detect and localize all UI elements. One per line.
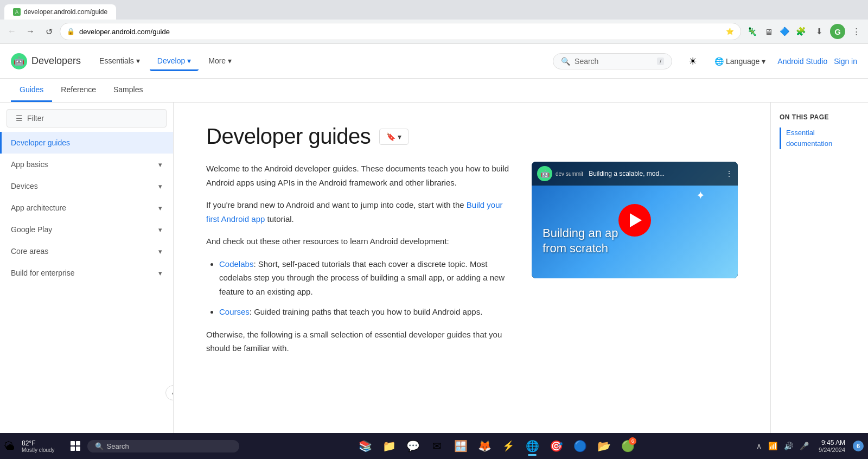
taskbar-app-explorer[interactable]: 📂 [593, 435, 615, 457]
bullet-codelabs: Codelabs: Short, self-paced tutorials th… [219, 257, 510, 299]
sidebar-collapse-button[interactable]: ‹ [165, 385, 174, 400]
nav-chevron-essentials: ▾ [136, 56, 140, 65]
address-input[interactable] [79, 28, 722, 36]
sidebar-item-app-basics[interactable]: App basics ▾ [0, 154, 173, 175]
taskbar-app-vs[interactable]: ⚡ [497, 435, 519, 457]
more-menu-button[interactable]: ⋮ [848, 24, 864, 39]
taskbar-app-files[interactable]: 📁 [378, 435, 400, 457]
nav-item-more[interactable]: More ▾ [201, 52, 239, 71]
windows-icon [71, 441, 80, 451]
bullet-courses: Courses: Guided training paths that teac… [219, 305, 510, 319]
codelabs-link[interactable]: Codelabs [219, 259, 253, 269]
chevron-up-icon[interactable]: ∧ [754, 439, 764, 452]
volume-icon[interactable]: 🔊 [782, 439, 795, 452]
language-button[interactable]: 🌐 Language ▾ [709, 54, 771, 69]
nav-chevron-develop: ▾ [187, 56, 191, 65]
taskbar-app-store[interactable]: 🪟 [450, 435, 471, 457]
android-logo-icon: 🤖 [11, 53, 27, 69]
taskbar-search[interactable]: 🔍 Search [87, 440, 239, 452]
sub-nav-samples[interactable]: Samples [105, 79, 151, 102]
refresh-button[interactable]: ↺ [41, 24, 56, 39]
bookmark-icon: 🔖 [386, 132, 395, 141]
taskbar-app-mail[interactable]: ✉ [426, 435, 448, 457]
address-security-icon: 🔒 [67, 28, 75, 35]
lang-chevron-icon: ▾ [762, 57, 765, 66]
taskbar-app-library[interactable]: 📚 [354, 435, 376, 457]
taskbar-clock[interactable]: 9:45 AM 9/24/2024 [814, 439, 850, 453]
taskbar-app-chat[interactable]: 💬 [402, 435, 424, 457]
browser-chrome: A developer.android.com/guide ← → ↺ 🔒 ⭐ … [0, 0, 868, 44]
section-closing: Otherwise, the following is a small sele… [206, 328, 510, 355]
wifi-icon[interactable]: 📶 [766, 439, 780, 452]
taskbar-app-slack[interactable]: 🎯 [545, 435, 567, 457]
site-wrapper: 🤖 Developers Essentials ▾ Develop ▾ More… [0, 44, 868, 433]
forward-button[interactable]: → [23, 24, 38, 39]
taskbar-notification-badge[interactable]: 6 [853, 441, 864, 451]
intro-paragraph-3: And check out these other resources to l… [206, 234, 510, 248]
browser-tab[interactable]: A developer.android.com/guide [4, 4, 116, 20]
android-studio-link[interactable]: Android Studio [777, 57, 827, 66]
ext-icon-2[interactable]: 🖥 [761, 24, 776, 39]
video-container[interactable]: 🤖 dev summit Building a scalable, mod...… [532, 162, 738, 278]
nav-label-essentials: Essentials [99, 56, 134, 65]
header-search[interactable]: 🔍 Search / [553, 53, 672, 69]
address-bar[interactable]: 🔒 ⭐ [60, 23, 741, 40]
site-logo[interactable]: 🤖 Developers [11, 53, 81, 69]
content-text: Welcome to the Android developer guides.… [206, 162, 510, 364]
sidebar-item-google-play[interactable]: Google Play ▾ [0, 219, 173, 240]
nav-item-essentials[interactable]: Essentials ▾ [92, 52, 148, 71]
chevron-app-basics: ▾ [158, 161, 162, 169]
weather-temp: 82°F [22, 439, 55, 447]
taskbar-date: 9/24/2024 [819, 447, 845, 453]
sidebar-item-app-architecture[interactable]: App architecture ▾ [0, 197, 173, 219]
right-sidebar: On this page Essential documentation [770, 103, 868, 433]
chevron-app-architecture: ▾ [158, 204, 162, 212]
courses-link[interactable]: Courses [219, 307, 250, 316]
site-header-actions: ☀ 🌐 Language ▾ Android Studio Sign in [683, 52, 857, 71]
tab-title: developer.android.com/guide [24, 8, 107, 16]
back-button[interactable]: ← [4, 24, 20, 39]
sidebar-item-developer-guides[interactable]: Developer guides [0, 132, 173, 154]
taskbar-app-chrome-canary[interactable]: 🟢 6 [617, 435, 639, 457]
video-overlay-text: Building an ap from scratch [542, 226, 618, 257]
nav-item-develop[interactable]: Develop ▾ [150, 52, 199, 71]
sidebar-item-devices[interactable]: Devices ▾ [0, 175, 173, 197]
nav-label-develop: Develop [157, 56, 185, 65]
taskbar-app-firefox[interactable]: 🦊 [474, 435, 495, 457]
sun-icon: ☀ [688, 55, 697, 67]
bookmark-chevron: ▾ [398, 132, 401, 141]
profile-button[interactable]: G [830, 24, 845, 39]
sidebar-label-google-play: Google Play [11, 225, 52, 234]
intro-p2-after: tutorial. [265, 214, 293, 224]
video-title-bar: 🤖 dev summit Building a scalable, mod...… [532, 162, 738, 186]
nav-label-more: More [208, 56, 226, 65]
on-this-page-item-essential[interactable]: Essential documentation [786, 127, 859, 149]
sidebar-label-core-areas: Core areas [11, 247, 48, 256]
speaker-icon[interactable]: 🎤 [797, 439, 811, 452]
on-this-page-active-bar [780, 127, 781, 149]
sidebar-filter[interactable]: ☰ Filter [7, 109, 167, 127]
taskbar: 🌥 82°F Mostly cloudy 🔍 Search 📚 📁 💬 ✉ 🪟 … [0, 433, 868, 459]
ext-icon-4[interactable]: 🧩 [793, 24, 808, 39]
download-button[interactable]: ⬇ [812, 24, 827, 39]
intro-paragraph-2: If you're brand new to Android and want … [206, 198, 510, 226]
ext-icon-3[interactable]: 🔷 [777, 24, 792, 39]
ext-icon-1[interactable]: 🦎 [744, 24, 760, 39]
video-android-icon: 🤖 [537, 166, 552, 181]
start-button[interactable] [66, 436, 85, 456]
address-star-icon[interactable]: ⭐ [726, 28, 734, 35]
chevron-google-play: ▾ [158, 226, 162, 234]
sub-nav-guides[interactable]: Guides [11, 79, 52, 102]
sub-nav-reference[interactable]: Reference [52, 79, 105, 102]
site-nav: Essentials ▾ Develop ▾ More ▾ [92, 52, 542, 71]
taskbar-app-edge[interactable]: 🌐 [521, 435, 543, 457]
taskbar-app-chrome[interactable]: 🔵 [569, 435, 591, 457]
theme-toggle-button[interactable]: ☀ [683, 52, 703, 71]
sidebar-item-build-for-enterprise[interactable]: Build for enterprise ▾ [0, 262, 173, 284]
filter-placeholder: Filter [27, 114, 44, 123]
sign-in-link[interactable]: Sign in [834, 57, 857, 66]
bookmark-button[interactable]: 🔖 ▾ [379, 129, 409, 145]
sidebar-item-core-areas[interactable]: Core areas ▾ [0, 240, 173, 262]
video-play-button[interactable] [618, 204, 651, 237]
video-menu-icon[interactable]: ⋮ [726, 170, 732, 177]
